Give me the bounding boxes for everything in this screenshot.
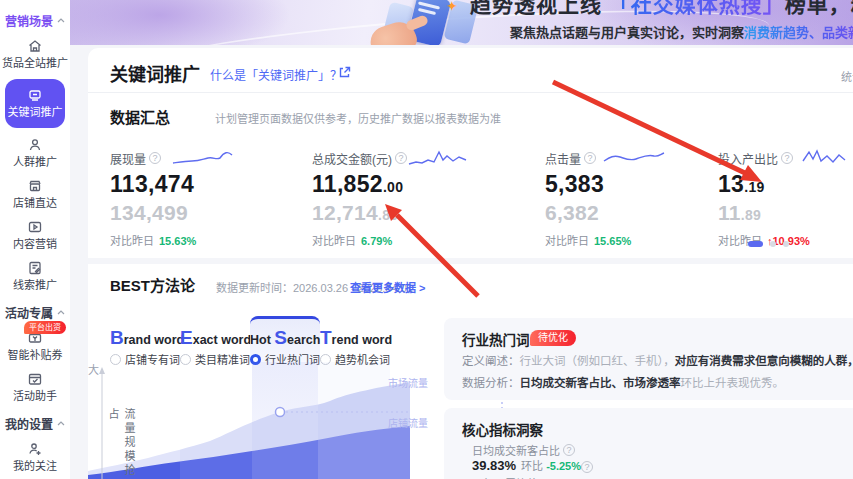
carousel-dots	[748, 241, 789, 247]
sidebar-item-store-direct[interactable]: 店铺直达	[0, 178, 70, 210]
insight-values: 39.83%环比 -5.25%	[472, 457, 593, 473]
sidebar-item-my-follow[interactable]: 我的关注	[0, 441, 70, 473]
promo-banner[interactable]: ✦ 趋势透视上线 「社交媒体热搜」榜单，精准捕捉 聚焦热点话题与用户真实讨论，实…	[70, 0, 853, 45]
sidebar-group-settings[interactable]: 我的设置	[0, 415, 70, 432]
diagnosis-line: 数据分析：日均成交新客占比、市场渗透率环比上升表现优秀。	[462, 374, 784, 390]
tab-exact-word[interactable]: Exact word 类目精准词	[180, 316, 250, 362]
metric-value: 11,852.00	[312, 171, 407, 198]
sidebar-item-keyword-promo[interactable]: 关键词推广	[5, 79, 65, 128]
main-content: 关键词推广 什么是「关键词推广」？ 统计 数据汇总 计划管理页面数据仅供参考，历…	[88, 48, 853, 479]
metric-value: 5,383	[545, 171, 631, 198]
peer-average: 同行同层均值: 34.34%	[472, 475, 581, 479]
label-market-flow: 市场流量	[388, 378, 428, 390]
sidebar-item-audience-promo[interactable]: 人群推广	[0, 137, 70, 169]
shop-icon	[27, 178, 43, 194]
industry-hot-word-card: 行业热门词 待优化 定义阐述：行业大词（例如口红、手机），对应有消费需求但意向模…	[444, 318, 853, 400]
what-is-link[interactable]: 什么是「关键词推广」？	[210, 66, 342, 83]
banner-illustration	[360, 2, 480, 45]
calendar-check-icon	[27, 371, 43, 387]
help-icon[interactable]	[581, 461, 593, 473]
divider	[88, 92, 853, 93]
card-title: 核心指标洞察	[462, 419, 543, 439]
person-icon	[27, 137, 43, 153]
chevron-up-icon	[57, 310, 65, 315]
sparkline	[172, 148, 234, 168]
metric-impressions: 展现量 113,474 134,499 对比昨日15.63%	[110, 148, 196, 248]
metric-label: 展现量	[110, 150, 146, 167]
to-optimize-badge: 待优化	[530, 330, 576, 346]
metric-value: 113,474	[110, 171, 196, 198]
help-icon[interactable]	[584, 152, 596, 164]
help-icon[interactable]	[781, 152, 793, 164]
section-title-best: BEST方法论	[110, 274, 195, 295]
section-separator	[88, 258, 853, 264]
metric-label: 点击量	[545, 150, 581, 167]
summary-note: 计划管理页面数据仅供参考，历史推广数据以报表数据为准	[215, 110, 501, 126]
chevron-up-icon	[57, 421, 65, 426]
video-icon	[27, 219, 43, 235]
tab-brand-word[interactable]: Brand word 店铺专有词	[110, 316, 180, 362]
group-label: 营销场景	[5, 12, 53, 29]
view-more-link[interactable]: 查看更多数据 >	[350, 279, 425, 295]
y-axis-label: 流量规模抢占	[105, 408, 137, 479]
chart-marker	[276, 408, 285, 417]
person-plus-icon	[27, 441, 43, 457]
tab-trend-word[interactable]: Trend word 趋势机会词	[320, 316, 390, 362]
insight-metric-label: 日均成交新客占比	[472, 442, 575, 458]
metric-total-gmv: 总成交金额(元) 11,852.00 12,714.80 对比昨日6.79%	[312, 148, 407, 248]
tab-hot-search[interactable]: Hot Search 行业热门词	[250, 316, 320, 362]
sidebar: 营销场景 货品全站推广 关键词推广 人群推广 店铺直达 内容营销 线索推广	[0, 0, 70, 479]
sidebar-item-content-marketing[interactable]: 内容营销	[0, 219, 70, 251]
section-title-summary: 数据汇总	[110, 106, 170, 127]
sidebar-group-marketing[interactable]: 营销场景	[0, 12, 70, 29]
banner-title: 趋势透视上线 「社交媒体热搜」榜单，精准捕捉	[470, 0, 853, 18]
dot[interactable]	[770, 241, 776, 247]
dot-active[interactable]	[748, 241, 763, 247]
metric-prev-value: 12,714.80	[312, 201, 407, 225]
metric-label: 投入产出比	[718, 150, 778, 167]
label-shop-flow: 店铺流量	[388, 418, 428, 430]
keyword-icon	[27, 87, 43, 103]
chevron-up-icon	[57, 18, 65, 23]
sidebar-item-smart-subsidy[interactable]: 平台出资 智能补贴券	[0, 330, 70, 362]
core-insight-card: 核心指标洞察 日均成交新客占比 39.83%环比 -5.25% 同行同层均值: …	[444, 408, 853, 479]
sidebar-group-activity[interactable]: 活动专属	[0, 304, 70, 321]
document-icon	[27, 260, 43, 276]
platform-funded-badge: 平台出资	[24, 321, 66, 334]
metric-prev-value: 134,499	[110, 201, 196, 225]
banner-subtitle: 聚焦热点话题与用户真实讨论，实时洞察消费新趋势、品类新机会	[510, 22, 853, 41]
help-icon[interactable]	[395, 152, 407, 164]
sidebar-item-storewide-promo[interactable]: 货品全站推广	[0, 38, 70, 70]
metric-clicks: 点击量 5,383 6,382 对比昨日15.65%	[545, 148, 631, 248]
card-title: 行业热门词	[462, 329, 530, 349]
external-link-icon[interactable]	[338, 66, 351, 79]
axis-top-label: 大	[88, 363, 99, 376]
metric-roi: 投入产出比 13.19 11.89 对比昨日↑10.93%	[718, 148, 810, 248]
dot[interactable]	[783, 241, 789, 247]
best-tabs: Brand word 店铺专有词 Exact word 类目精准词 Hot Se…	[110, 316, 390, 362]
metric-prev-value: 11.89	[718, 201, 810, 225]
sidebar-item-lead-promo[interactable]: 线索推广	[0, 260, 70, 292]
sidebar-item-activity-helper[interactable]: 活动助手	[0, 371, 70, 403]
help-icon[interactable]	[563, 444, 575, 456]
sparkline	[603, 148, 665, 168]
definition-line: 定义阐述：行业大词（例如口红、手机），对应有消费需求但意向模糊的人群，拉新效果显…	[462, 352, 853, 368]
metric-compare: 对比昨日6.79%	[312, 232, 407, 248]
metric-compare: 对比昨日15.63%	[110, 232, 196, 248]
sparkline	[802, 148, 853, 168]
sparkline	[408, 148, 470, 168]
metric-value: 13.19	[718, 171, 810, 198]
metric-prev-value: 6,382	[545, 201, 631, 225]
page-title: 关键词推广	[110, 60, 200, 86]
app-root: ✦ 趋势透视上线 「社交媒体热搜」榜单，精准捕捉 聚焦热点话题与用户真实讨论，实…	[0, 0, 853, 479]
metric-compare: 对比昨日15.65%	[545, 232, 631, 248]
stats-time-truncated: 统计	[841, 68, 853, 84]
help-icon[interactable]	[149, 152, 161, 164]
sparkle-icon: ✦	[446, 0, 458, 14]
metric-label: 总成交金额(元)	[312, 150, 392, 167]
home-icon	[27, 38, 43, 54]
